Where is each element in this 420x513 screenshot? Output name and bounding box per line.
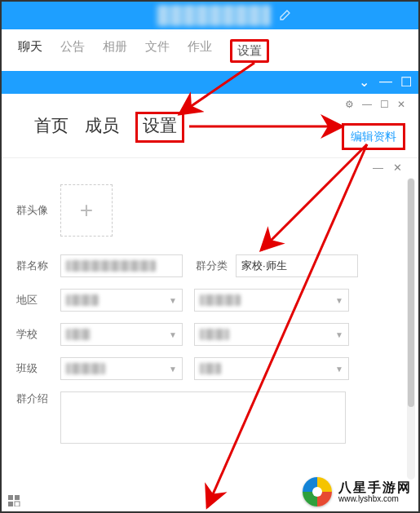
watermark-title: 八星手游网	[338, 480, 412, 495]
watermark-logo-icon	[303, 477, 332, 506]
label-class: 班级	[16, 361, 52, 376]
label-region: 地区	[16, 293, 52, 307]
blurred-value	[200, 363, 221, 374]
blurred-value	[200, 294, 241, 306]
tab-homework[interactable]: 作业	[188, 39, 212, 63]
plus-icon: +	[80, 197, 93, 223]
blurred-value	[66, 260, 156, 272]
tab-files[interactable]: 文件	[145, 39, 170, 63]
gear-icon[interactable]: ⚙	[345, 99, 354, 110]
combo-class-2[interactable]: ▼	[194, 357, 349, 380]
label-intro: 群介绍	[16, 391, 52, 406]
edit-profile-highlight: 编辑资料	[342, 123, 405, 150]
watermark-url: www.lyshbx.com	[338, 494, 412, 503]
close-icon[interactable]: ✕	[393, 161, 402, 174]
watermark: 八星手游网 www.lyshbx.com	[303, 477, 412, 506]
textarea-intro[interactable]	[60, 391, 346, 444]
page-tab-home[interactable]: 首页	[34, 114, 69, 137]
tab-chat[interactable]: 聊天	[18, 39, 42, 63]
label-school: 学校	[16, 327, 52, 342]
maximize-icon[interactable]: ☐	[380, 99, 389, 110]
chevron-down-icon: ▼	[335, 296, 343, 305]
edit-form: — ✕ 群头像 + 群名称 群分类 家校·师生 地区 ▼ ▼ 学校 ▼	[2, 158, 418, 463]
chevron-down-icon: ▼	[335, 330, 343, 339]
chevron-down-icon: ▼	[169, 296, 177, 305]
tab-settings[interactable]: 设置	[230, 39, 269, 63]
minimize-icon[interactable]: —	[362, 99, 372, 110]
window-grip-icon	[8, 495, 24, 506]
dropdown-icon[interactable]: ⌄	[358, 74, 369, 90]
category-value: 家校·师生	[241, 259, 287, 273]
tab-announce[interactable]: 公告	[60, 39, 85, 63]
page-tab-settings[interactable]: 设置	[135, 112, 184, 143]
blurred-value	[66, 329, 91, 340]
page-header: ⚙ — ☐ ✕ 首页 成员 设置 编辑资料	[2, 94, 418, 158]
minimize-icon[interactable]: —	[379, 74, 391, 90]
svg-rect-5	[15, 495, 20, 500]
input-category[interactable]: 家校·师生	[236, 254, 358, 277]
scrollbar[interactable]	[407, 178, 415, 480]
blurred-value	[66, 363, 105, 374]
chevron-down-icon: ▼	[169, 330, 177, 339]
edit-profile-link[interactable]: 编辑资料	[351, 130, 396, 143]
title-bar	[2, 2, 418, 29]
minimize-icon[interactable]: —	[373, 161, 383, 174]
svg-rect-4	[8, 495, 13, 500]
combo-region-2[interactable]: ▼	[194, 289, 349, 312]
main-nav: 聊天 公告 相册 文件 作业 设置	[2, 29, 418, 71]
svg-rect-7	[15, 502, 20, 506]
input-group-name[interactable]	[60, 254, 183, 277]
group-title-blurred	[157, 5, 271, 26]
tab-album[interactable]: 相册	[103, 39, 127, 63]
blurred-value	[66, 294, 99, 306]
combo-region-1[interactable]: ▼	[60, 289, 183, 312]
sub-window-titlebar: ⌄ — ☐	[2, 71, 418, 94]
combo-class-1[interactable]: ▼	[60, 357, 183, 380]
pencil-icon[interactable]	[279, 8, 292, 21]
page-tab-members[interactable]: 成员	[85, 114, 119, 137]
maximize-icon[interactable]: ☐	[400, 74, 412, 90]
avatar-upload[interactable]: +	[60, 184, 113, 237]
scrollbar-thumb[interactable]	[408, 179, 414, 407]
label-group-name: 群名称	[16, 259, 52, 273]
chevron-down-icon: ▼	[335, 365, 343, 374]
label-category: 群分类	[196, 259, 228, 273]
label-avatar: 群头像	[16, 203, 52, 218]
combo-school-1[interactable]: ▼	[60, 323, 183, 346]
close-icon[interactable]: ✕	[397, 99, 405, 110]
chevron-down-icon: ▼	[169, 365, 177, 374]
blurred-value	[200, 329, 229, 340]
combo-school-2[interactable]: ▼	[194, 323, 349, 346]
svg-rect-6	[8, 502, 13, 506]
